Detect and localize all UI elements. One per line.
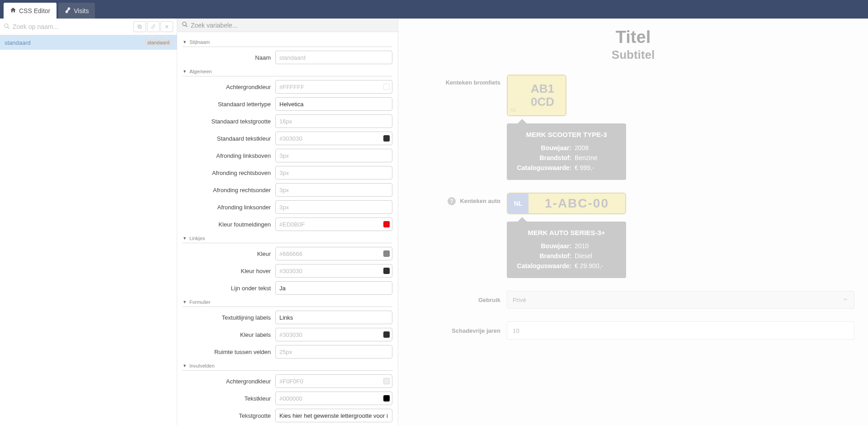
tooltip-row: Brandstof:Diesel [516,251,617,261]
svg-point-0 [5,24,8,27]
bromfiets-label: Kenteken bromfiets [412,75,507,86]
field-row: Lijn onder tekst [183,281,392,295]
tooltip-row: Bouwjaar:2008 [516,143,617,153]
style-list: standaard standaard [0,35,177,425]
color-swatch[interactable] [383,135,390,142]
tooltip-key: Bouwjaar: [516,242,571,250]
field-label: Afronding linksonder [183,204,275,211]
tab-label: CSS Editor [19,7,50,14]
field-row: Afronding linksboven [183,149,392,162]
field-input[interactable] [275,97,392,111]
home-icon [10,7,16,14]
tab-css-editor[interactable]: CSS Editor [4,3,57,19]
svg-line-1 [8,27,9,28]
section-title: Formulier [189,299,210,305]
variable-search-input[interactable] [191,22,393,29]
tooltip-key: Cataloguswaarde: [516,262,571,269]
schadevrij-input[interactable] [507,321,854,340]
gebruik-label: Gebruik [412,297,507,303]
field-label: Achtergrondkleur [183,378,275,385]
tooltip-row: Cataloguswaarde:€ 999,- [516,163,617,173]
delete-button[interactable] [160,21,173,32]
field-input[interactable] [275,114,392,128]
chevron-down-icon: ▼ [183,300,187,304]
color-swatch[interactable] [383,395,390,401]
field-row: Kleur foutmeldingen [183,217,392,231]
left-search-bar [0,19,177,35]
field-input[interactable] [275,166,392,179]
field-input[interactable] [275,374,392,388]
tooltip-key: Brandstof: [516,252,571,260]
field-row: Standaard tekstkleur [183,132,392,145]
field-input[interactable] [275,200,392,214]
field-input[interactable] [275,311,392,324]
svg-line-7 [186,25,188,27]
field-row: Tekstkleur [183,392,392,405]
field-input[interactable] [275,132,392,145]
plate-bromfiets[interactable]: NL AB1 0CD [507,75,566,116]
tab-visits[interactable]: Visits [58,3,95,19]
left-panel: standaard standaard [0,19,177,425]
left-search-input[interactable] [13,23,131,30]
field-label: Naam [183,54,275,61]
color-swatch[interactable] [383,378,390,384]
bromfiets-tooltip: MERK SCOOTER TYPE-3 Bouwjaar:2008Brandst… [507,123,626,180]
chevron-down-icon: ▼ [183,364,187,368]
field-label: Standaard tekstkleur [183,135,275,142]
chevron-down-icon: ▼ [183,40,187,44]
help-icon[interactable]: ? [448,197,456,205]
field-input[interactable] [275,247,392,260]
field-label: Kleur hover [183,268,275,274]
section-header-algemeen[interactable]: ▼Algemeen [183,66,392,76]
field-input[interactable] [275,264,392,278]
section-header-formulier[interactable]: ▼Formulier [183,297,392,307]
select-value: Privé [513,297,526,303]
plate-auto[interactable]: NL 1-ABC-00 [507,193,626,214]
field-label: Kleur [183,250,275,257]
section-header-linkjes[interactable]: ▼Linkjes [183,233,392,243]
field-row: Ruimte tussen velden [183,345,392,359]
link-button[interactable] [147,21,160,32]
field-row: Textuitlijning labels [183,311,392,324]
tooltip-value: 2008 [575,144,617,151]
field-input[interactable] [275,345,392,359]
section-title: Stijlnaam [189,39,210,45]
field-input[interactable] [275,409,392,422]
field-input[interactable] [275,183,392,197]
field-input[interactable] [275,149,392,162]
tooltip-title: MERK AUTO SERIES-3+ [516,229,617,236]
color-swatch[interactable] [383,84,390,90]
field-input[interactable] [275,392,392,405]
auto-label: ? Kenteken auto [412,193,507,205]
plate-nl: NL [508,194,528,213]
field-label: Afronding rechtsboven [183,170,275,176]
copy-button[interactable] [133,21,146,32]
gebruik-select[interactable]: Privé [507,291,854,309]
topbar: CSS Editor Visits [0,0,868,19]
field-input[interactable] [275,217,392,231]
field-label: Afronding linksboven [183,152,275,159]
field-label: Standaard tekstgrootte [183,118,275,125]
style-row[interactable]: standaard standaard [0,35,177,50]
plate-line1: AB1 [531,82,554,95]
field-input[interactable] [275,51,392,64]
field-row: Standaard tekstgrootte [183,114,392,128]
tooltip-value: 2010 [575,242,617,250]
field-label: Standaard lettertype [183,101,275,108]
section-header-invulvelden[interactable]: ▼Invulvelden [183,360,392,371]
chevron-down-icon [842,296,849,304]
field-row: Kleur hover [183,264,392,278]
field-row: Kleur labels [183,328,392,341]
color-swatch[interactable] [383,331,390,338]
section-header-stijlnaam[interactable]: ▼Stijlnaam [183,37,392,47]
tooltip-title: MERK SCOOTER TYPE-3 [516,131,617,138]
field-label: Ruimte tussen velden [183,349,275,355]
field-input[interactable] [275,328,392,341]
color-swatch[interactable] [383,221,390,227]
field-input[interactable] [275,281,392,295]
field-input[interactable] [275,80,392,94]
tooltip-key: Cataloguswaarde: [516,164,571,171]
chevron-down-icon: ▼ [183,69,187,74]
color-swatch[interactable] [383,268,390,274]
color-swatch[interactable] [383,250,390,257]
